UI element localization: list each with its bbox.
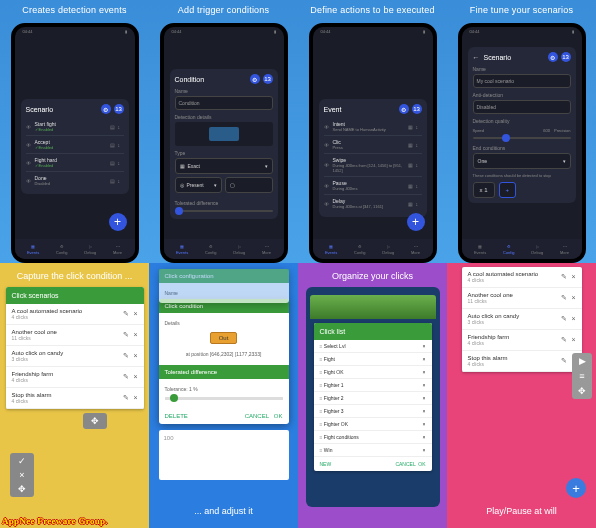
config-icon[interactable]: ⚙	[101, 104, 111, 114]
close-icon[interactable]: ×	[423, 447, 426, 453]
event-row[interactable]: 👁SwipeDuring 400ms from [124, 1456] to […	[324, 154, 422, 177]
nav-events[interactable]: ▦Events	[27, 244, 39, 255]
scenario-list-row[interactable]: Auto click on candy3 clicks✎×	[6, 346, 144, 367]
edit-icon[interactable]: ✎	[561, 357, 567, 365]
click-list-row[interactable]: Fighter OK×	[314, 418, 432, 431]
antidetection-select[interactable]: Disabled	[473, 100, 571, 114]
delete-button[interactable]: DELETE	[165, 413, 188, 419]
click-list-row[interactable]: Select Lvl×	[314, 340, 432, 353]
click-list-row[interactable]: Fighter 1×	[314, 379, 432, 392]
type-select[interactable]: ▦Exact▾	[175, 158, 273, 174]
move-icon[interactable]: ✥	[18, 484, 26, 494]
scenario-row[interactable]: 👁Start fight✓ Enabled▤↕	[26, 118, 124, 136]
condition-name-input[interactable]: Condition	[175, 96, 273, 110]
list-icon[interactable]: ≡	[579, 371, 584, 381]
config-icon[interactable]: ⚙	[548, 52, 558, 62]
counter-badge: 13	[412, 104, 422, 114]
scenario-name-input[interactable]: My cool scenario	[473, 74, 571, 88]
nav-more[interactable]: ⋯More	[113, 244, 122, 255]
close-icon[interactable]: ×	[571, 294, 575, 302]
end-condition-select[interactable]: One▾	[473, 153, 571, 169]
scenario-row[interactable]: 👁Accept✓ Enabled▤↕	[26, 136, 124, 154]
edit-icon[interactable]: ✎	[123, 331, 129, 339]
close-icon[interactable]: ×	[571, 273, 575, 281]
close-icon[interactable]: ×	[423, 369, 426, 375]
close-icon[interactable]: ×	[133, 394, 137, 402]
back-icon[interactable]: ←	[473, 54, 480, 61]
tolerance-slider[interactable]	[165, 397, 283, 400]
add-fab[interactable]: +	[109, 213, 127, 231]
click-list-row[interactable]: Fight OK×	[314, 366, 432, 379]
confirm-icon[interactable]: ✓	[18, 456, 26, 466]
floating-control[interactable]: ✥	[83, 413, 107, 429]
event-row[interactable]: 👁ClicPress▦↕	[324, 136, 422, 154]
click-list-row[interactable]: Win×	[314, 444, 432, 457]
close-icon[interactable]: ×	[423, 421, 426, 427]
ok-button[interactable]: OK	[418, 461, 425, 467]
close-icon[interactable]: ×	[133, 310, 137, 318]
scenario-list-row[interactable]: Friendship farm4 clicks✎×	[462, 330, 582, 351]
play-icon[interactable]: ▶	[579, 356, 586, 366]
click-list-row[interactable]: Fighter 3×	[314, 405, 432, 418]
edit-icon[interactable]: ✎	[561, 273, 567, 281]
scenario-list-row[interactable]: A cool automated scenario4 clicks✎×	[6, 304, 144, 325]
cancel-button[interactable]: CANCEL	[245, 413, 269, 419]
scenario-list-row[interactable]: Another cool one11 clicks✎×	[462, 288, 582, 309]
close-icon[interactable]: ×	[423, 395, 426, 401]
what-select[interactable]: ◎Present▾	[175, 177, 223, 193]
add-fab[interactable]: +	[566, 478, 586, 498]
edit-icon[interactable]: ✎	[561, 294, 567, 302]
edit-icon[interactable]: ✎	[123, 394, 129, 402]
close-icon[interactable]: ×	[571, 336, 575, 344]
close-icon[interactable]: ×	[133, 352, 137, 360]
scenarios-card: A cool automated scenario4 clicks✎× Anot…	[462, 267, 582, 372]
click-list-row[interactable]: Fighter 2×	[314, 392, 432, 405]
scenario-list-row[interactable]: A cool automated scenario4 clicks✎×	[462, 267, 582, 288]
event-row[interactable]: 👁IntentSend NAME to HumanActivity▦↕	[324, 118, 422, 136]
close-icon[interactable]: ×	[423, 382, 426, 388]
close-icon[interactable]: ×	[423, 356, 426, 362]
cancel-icon[interactable]: ×	[19, 470, 24, 480]
area-select[interactable]: ▢	[225, 177, 273, 193]
event-row[interactable]: 👁PauseDuring 400ms▦↕	[324, 177, 422, 195]
floating-control[interactable]: ✓ × ✥	[10, 453, 34, 497]
scenario-list-row[interactable]: Another cool one11 clicks✎×	[6, 325, 144, 346]
scenario-row[interactable]: 👁DoneDisabled▤↕	[26, 172, 124, 189]
close-icon[interactable]: ×	[133, 373, 137, 381]
close-icon[interactable]: ×	[423, 343, 426, 349]
scenario-list-row[interactable]: Friendship farm4 clicks✎×	[6, 367, 144, 388]
config-icon[interactable]: ⚙	[250, 74, 260, 84]
value-input[interactable]: 100	[159, 430, 289, 480]
close-icon[interactable]: ×	[423, 434, 426, 440]
move-icon[interactable]: ✥	[578, 386, 586, 396]
tolerance-slider[interactable]	[175, 210, 273, 212]
scenario-list-row[interactable]: Auto click on candy3 clicks✎×	[462, 309, 582, 330]
edit-icon[interactable]: ✎	[123, 310, 129, 318]
ok-button[interactable]: OK	[274, 413, 283, 419]
new-button[interactable]: NEW	[320, 461, 332, 467]
close-icon[interactable]: ×	[423, 408, 426, 414]
out-button[interactable]: Out	[210, 332, 238, 344]
edit-icon[interactable]: ✎	[561, 336, 567, 344]
nav-config[interactable]: ⚙Config	[56, 244, 68, 255]
event-row[interactable]: 👁DelayDuring 400ms at [347, 1161]▦↕	[324, 195, 422, 212]
move-icon[interactable]: ✥	[91, 416, 99, 426]
scenario-list-row[interactable]: Stop this alarm4 clicks✎×	[462, 351, 582, 372]
edit-icon[interactable]: ✎	[123, 373, 129, 381]
floating-control[interactable]: ▶ ≡ ✥	[572, 353, 592, 399]
scenario-row[interactable]: 👁Fight hard✓ Enabled▤↕	[26, 154, 124, 172]
config-icon[interactable]: ⚙	[399, 104, 409, 114]
card-header: Click scenarios	[6, 287, 144, 304]
close-icon[interactable]: ×	[133, 331, 137, 339]
add-end-button[interactable]: +	[499, 182, 517, 198]
add-fab[interactable]: +	[407, 213, 425, 231]
edit-icon[interactable]: ✎	[123, 352, 129, 360]
click-list-row[interactable]: Fight conditions×	[314, 431, 432, 444]
cancel-button[interactable]: CANCEL	[395, 461, 415, 467]
close-icon[interactable]: ×	[571, 315, 575, 323]
quality-slider[interactable]	[473, 137, 571, 139]
edit-icon[interactable]: ✎	[561, 315, 567, 323]
click-list-row[interactable]: Fight×	[314, 353, 432, 366]
nav-debug[interactable]: ▷Debug	[84, 244, 96, 255]
scenario-list-row[interactable]: Stop this alarm4 clicks✎×	[6, 388, 144, 409]
